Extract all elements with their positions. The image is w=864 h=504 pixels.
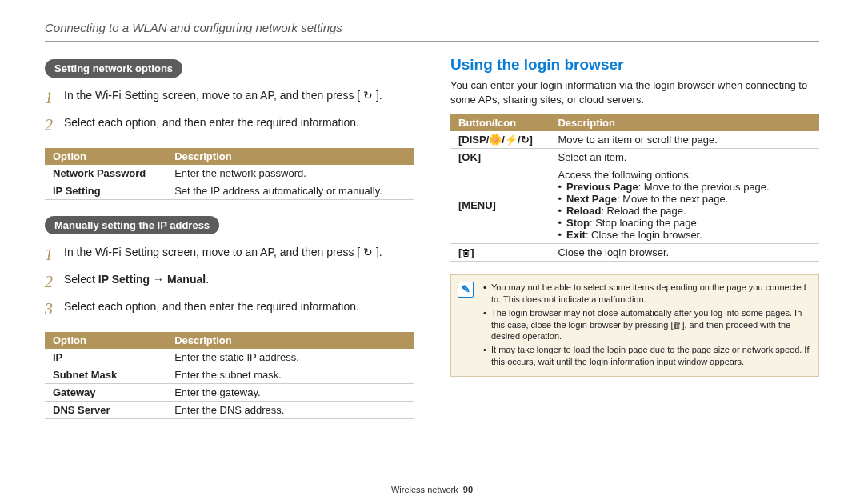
cell: Enter the gateway. (166, 384, 414, 402)
section-intro: You can enter your login information via… (450, 78, 819, 106)
section-pill-manual-ip: Manually setting the IP address (45, 216, 219, 234)
cell: Enter the subnet mask. (166, 366, 414, 384)
cell: Network Password (45, 165, 166, 182)
note-box: ✎ You may not be able to select some ite… (450, 274, 819, 377)
col-option: Option (45, 148, 166, 165)
section-title: Using the login browser (450, 56, 819, 74)
col-description: Description (550, 114, 819, 131)
note-item: It may take longer to load the login pag… (483, 344, 810, 368)
section-pill-network-options: Setting network options (45, 59, 182, 78)
cell: Move to an item or scroll the page. (550, 131, 819, 149)
step-number: 2 (45, 113, 56, 137)
button-icon-menu: [MENU] (450, 166, 550, 244)
step-text: Select IP Setting → Manual. (64, 270, 414, 288)
cell: IP (45, 349, 166, 366)
cell: Select an item. (550, 149, 819, 166)
menu-options-list: Previous Page: Move to the previous page… (558, 181, 811, 241)
step-number: 2 (45, 270, 56, 294)
col-button-icon: Button/Icon (450, 114, 550, 131)
cell: Close the login browser. (550, 244, 819, 262)
trash-icon (462, 248, 470, 258)
table-login-browser: Button/IconDescription [DISP/🌼/⚡/↻]Move … (450, 114, 819, 262)
cell: DNS Server (45, 402, 166, 419)
col-description: Description (166, 332, 414, 349)
col-option: Option (45, 332, 166, 349)
steps-manual-ip: 1In the Wi-Fi Setting screen, move to an… (45, 242, 414, 321)
step-number: 3 (45, 297, 56, 321)
table-ip-settings: OptionDescription IPEnter the static IP … (45, 332, 414, 419)
cell: Enter the DNS address. (166, 402, 414, 419)
note-icon: ✎ (458, 282, 474, 298)
step-text: Select each option, and then enter the r… (64, 113, 414, 131)
button-icon-ok: [OK] (450, 149, 550, 166)
note-list: You may not be able to select some items… (483, 282, 810, 368)
cell: Access the following options: Previous P… (550, 166, 819, 244)
note-item: The login browser may not close automati… (483, 307, 810, 343)
left-column: Setting network options 1In the Wi-Fi Se… (45, 56, 414, 432)
steps-network-options: 1In the Wi-Fi Setting screen, move to an… (45, 86, 414, 137)
button-icon-disp: [DISP/🌼/⚡/↻] (450, 131, 550, 149)
cell: Enter the static IP address. (166, 349, 414, 366)
step-text: In the Wi-Fi Setting screen, move to an … (64, 242, 414, 261)
step-number: 1 (45, 86, 56, 110)
page-footer: Wireless network 90 (0, 485, 864, 494)
breadcrumb-header: Connecting to a WLAN and configuring net… (45, 21, 819, 42)
step-text: In the Wi-Fi Setting screen, move to an … (64, 86, 414, 104)
step-text: Select each option, and then enter the r… (64, 297, 414, 315)
cell: Enter the network password. (166, 165, 414, 182)
col-description: Description (166, 148, 414, 165)
cell: Gateway (45, 384, 166, 402)
cell: IP Setting (45, 182, 166, 200)
note-item: You may not be able to select some items… (483, 282, 810, 306)
cell: Subnet Mask (45, 366, 166, 384)
table-network-options: OptionDescription Network PasswordEnter … (45, 148, 414, 200)
cell: Set the IP address automatically or manu… (166, 182, 414, 200)
button-icon-trash: [] (450, 244, 550, 262)
right-column: Using the login browser You can enter yo… (450, 56, 819, 432)
step-number: 1 (45, 242, 56, 266)
